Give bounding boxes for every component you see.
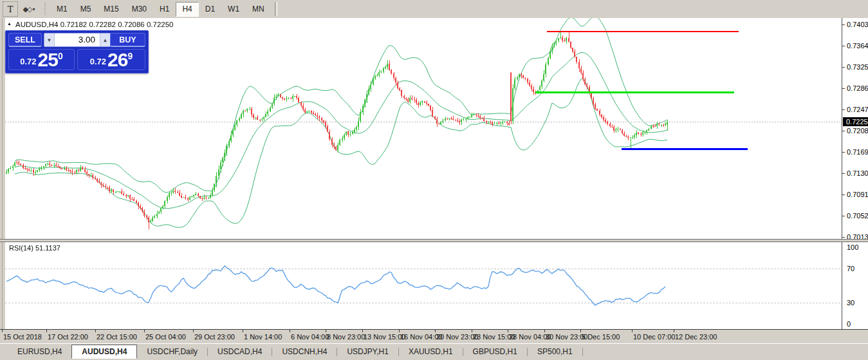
rsi-axis-label: 30 xyxy=(847,299,854,307)
timeframe-button-h4[interactable]: H4 xyxy=(176,2,198,17)
price-axis-label: 0.70520 xyxy=(847,212,868,220)
time-axis-label: 17 Oct 22:00 xyxy=(48,333,88,341)
time-axis[interactable]: 15 Oct 201817 Oct 22:0022 Oct 15:0025 Oc… xyxy=(0,329,868,343)
sell-price-display[interactable]: 0.72 25 0 xyxy=(8,49,75,70)
window-left-edge xyxy=(0,18,5,343)
buy-price-prefix: 0.72 xyxy=(90,54,106,69)
price-axis-label: 0.73250 xyxy=(847,63,868,71)
sell-button[interactable]: SELL xyxy=(8,33,42,47)
time-axis-label: 5 Dec 15:00 xyxy=(582,333,620,341)
chart-tab-xauusd[interactable]: XAUUSD,H1 xyxy=(399,346,463,358)
time-axis-label: 15 Oct 2018 xyxy=(3,333,42,341)
chart-tab-usdchf[interactable]: USDCHF,Daily xyxy=(137,346,207,358)
rsi-axis-label: 100 xyxy=(847,243,858,251)
price-axis-tick xyxy=(842,88,845,89)
rsi-axis-label: 70 xyxy=(847,265,854,272)
time-axis-label: 13 Nov 15:00 xyxy=(364,333,405,341)
chart-tab-eurusd[interactable]: EURUSD,H4 xyxy=(8,346,71,358)
price-axis-tick xyxy=(842,152,845,153)
pane-splitter[interactable] xyxy=(0,239,868,242)
time-axis-label: 28 Nov 04:00 xyxy=(509,333,551,341)
text-tool-button[interactable]: T xyxy=(3,1,18,17)
time-axis-tick xyxy=(46,330,47,332)
price-axis-label: 0.74030 xyxy=(847,21,868,28)
time-axis-tick xyxy=(544,330,545,332)
time-axis-label: 6 Nov 04:00 xyxy=(291,333,329,341)
price-axis-tick xyxy=(842,237,845,238)
chart-tab-usdcad[interactable]: USDCAD,H4 xyxy=(208,346,272,358)
time-axis-tick xyxy=(580,330,581,332)
volume-decrease-icon[interactable]: ▼ xyxy=(44,33,55,46)
timeframe-button-m1[interactable]: M1 xyxy=(50,2,74,17)
time-axis-tick xyxy=(399,330,400,332)
time-axis-tick xyxy=(243,330,243,332)
buy-price-display[interactable]: 0.72 26 9 xyxy=(77,49,145,70)
buy-price-big: 26 xyxy=(107,51,127,69)
chart-tab-sp500[interactable]: SP500,H1 xyxy=(528,346,582,358)
timeframe-button-w1[interactable]: W1 xyxy=(221,2,246,17)
time-axis-tick xyxy=(326,330,326,332)
chart-tab-audusd[interactable]: AUDUSD,H4 xyxy=(71,345,137,359)
price-axis-tick xyxy=(842,194,845,195)
time-axis-label: 8 Nov 23:00 xyxy=(327,333,365,341)
time-axis-tick xyxy=(632,330,633,332)
time-axis-label: 20 Nov 23:00 xyxy=(436,333,478,341)
price-axis-label: 0.70910 xyxy=(847,191,868,198)
chart-tab-bar: EURUSD,H4AUDUSD,H4USDCHF,DailyUSDCAD,H4U… xyxy=(0,343,868,358)
time-axis-tick xyxy=(472,330,472,332)
time-axis-tick xyxy=(508,330,508,332)
timeframe-button-m15[interactable]: M15 xyxy=(97,2,125,17)
time-axis-tick xyxy=(674,330,674,332)
chart-tab-usdcnh[interactable]: USDCNH,H4 xyxy=(272,346,337,358)
price-axis-label: 0.73640 xyxy=(847,42,868,50)
time-axis-tick xyxy=(95,330,96,332)
price-axis[interactable]: 0.740300.736400.732500.728600.724700.720… xyxy=(842,18,868,329)
timeframe-button-mn[interactable]: MN xyxy=(246,2,271,17)
sell-price-big: 25 xyxy=(38,51,58,69)
chart-tab-usdjpy[interactable]: USDJPY,H1 xyxy=(337,346,398,358)
rsi-axis-label: 0 xyxy=(847,320,851,328)
time-axis-tick xyxy=(362,330,363,332)
time-axis-tick xyxy=(435,330,436,332)
price-axis-tick xyxy=(842,24,845,25)
time-axis-tick xyxy=(290,330,290,332)
one-click-trading-panel: SELL ▼ 3.00 ▲ BUY 0.72 25 0 0.72 26 9 xyxy=(5,30,149,73)
price-axis-tick xyxy=(842,46,845,46)
price-axis-tick xyxy=(842,173,845,174)
time-axis-label: 10 Dec 07:00 xyxy=(633,333,675,341)
toolbar-grip[interactable] xyxy=(44,3,47,15)
time-axis-tick xyxy=(193,330,194,332)
sell-price-prefix: 0.72 xyxy=(20,54,36,69)
time-axis-label: 22 Oct 15:00 xyxy=(97,333,137,341)
rsi-canvas[interactable] xyxy=(5,242,842,329)
terminal-window: T ◆◇ ▾ M1M5M15M30H1H4D1W1MN ▲ AUDUSD,H4 … xyxy=(0,0,868,360)
time-axis-label: 25 Oct 04:00 xyxy=(145,333,186,341)
timeframe-button-d1[interactable]: D1 xyxy=(199,2,221,17)
time-axis-tick xyxy=(144,330,145,332)
toolbar: T ◆◇ ▾ M1M5M15M30H1H4D1W1MN xyxy=(0,0,868,19)
current-price-tag: 0.72250 xyxy=(843,117,868,126)
objects-icon: ◆◇ xyxy=(23,5,32,14)
toolbar-separator xyxy=(275,2,277,16)
volume-input[interactable]: 3.00 xyxy=(55,33,100,46)
objects-tool-button[interactable]: ◆◇ ▾ xyxy=(19,2,39,16)
price-axis-label: 0.71300 xyxy=(847,169,868,177)
volume-increase-icon[interactable]: ▲ xyxy=(100,33,110,46)
time-axis-label: 29 Oct 23:00 xyxy=(194,333,235,341)
chart-title: AUDUSD,H4 0.72182 0.72282 0.72086 0.7225… xyxy=(15,21,174,28)
buy-price-sup: 9 xyxy=(127,52,133,61)
chart-tab-gbpusd[interactable]: GBPUSD,H1 xyxy=(463,346,527,358)
price-axis-label: 0.72860 xyxy=(847,84,868,92)
rsi-indicator-pane[interactable] xyxy=(5,242,842,329)
timeframe-button-m5[interactable]: M5 xyxy=(74,2,98,17)
tab-divider xyxy=(582,348,583,356)
buy-button[interactable]: BUY xyxy=(110,33,145,47)
timeframe-button-m30[interactable]: M30 xyxy=(125,2,153,17)
collapse-arrow-icon[interactable]: ▲ xyxy=(7,21,12,26)
price-axis-label: 0.71690 xyxy=(847,148,868,156)
price-axis-tick xyxy=(842,131,845,131)
timeframe-button-h1[interactable]: H1 xyxy=(153,2,176,17)
time-axis-label: 1 Nov 14:00 xyxy=(244,333,282,341)
price-axis-tick xyxy=(842,216,845,216)
time-axis-label: 12 Dec 23:00 xyxy=(675,333,717,341)
